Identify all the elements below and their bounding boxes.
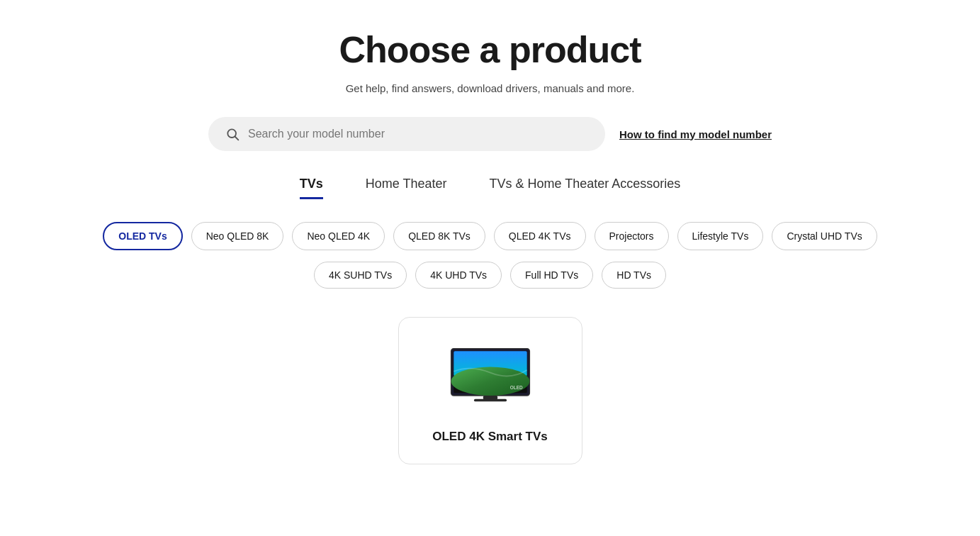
product-image: OLED [444,339,536,410]
chip-lifestyle-tvs[interactable]: Lifestyle TVs [677,222,764,250]
tabs-row: TVs Home Theater TVs & Home Theater Acce… [300,177,681,199]
chip-qled-8k-tvs[interactable]: QLED 8K TVs [393,222,485,250]
chip-neo-qled-4k[interactable]: Neo QLED 4K [292,222,385,250]
tv-svg: OLED [448,345,533,405]
tab-accessories[interactable]: TVs & Home Theater Accessories [489,177,680,199]
page-title: Choose a product [339,28,641,71]
search-icon [225,127,240,141]
svg-rect-8 [473,398,506,401]
chip-neo-qled-8k[interactable]: Neo QLED 8K [191,222,284,250]
chip-4k-uhd-tvs[interactable]: 4K UHD TVs [415,262,502,289]
chips-row-1: OLED TVs Neo QLED 8K Neo QLED 4K QLED 8K… [103,222,877,250]
product-label: OLED 4K Smart TVs [432,430,548,444]
search-box [208,117,605,151]
search-row: How to find my model number [171,117,809,151]
model-number-link[interactable]: How to find my model number [619,128,772,140]
page-subtitle: Get help, find answers, download drivers… [346,82,635,94]
svg-text:OLED: OLED [509,384,522,389]
chip-crystal-uhd-tvs[interactable]: Crystal UHD TVs [772,222,877,250]
chip-projectors[interactable]: Projectors [595,222,669,250]
chip-4k-suhd-tvs[interactable]: 4K SUHD TVs [314,262,407,289]
chip-full-hd-tvs[interactable]: Full HD TVs [510,262,593,289]
tab-tvs[interactable]: TVs [300,177,323,199]
svg-line-1 [235,137,239,140]
tab-home-theater[interactable]: Home Theater [366,177,447,199]
chips-row-2: 4K SUHD TVs 4K UHD TVs Full HD TVs HD TV… [314,262,666,289]
chip-qled-4k-tvs[interactable]: QLED 4K TVs [494,222,586,250]
svg-point-5 [451,367,529,396]
search-input[interactable] [248,128,588,140]
chip-hd-tvs[interactable]: HD TVs [602,262,666,289]
chip-oled-tvs[interactable]: OLED TVs [103,222,182,250]
product-card-oled-4k[interactable]: OLED OLED 4K Smart TVs [398,317,582,464]
